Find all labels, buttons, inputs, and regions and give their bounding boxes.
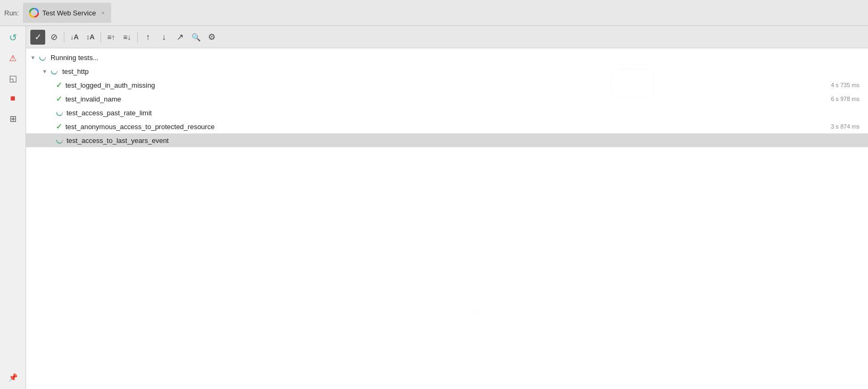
tab[interactable]: Test Web Service × — [23, 3, 111, 23]
main-layout: ↺ ⚠ ◱ ■ ⊞ 📌 ✓ ⊘ ↓A ↕A ≡↑ ≡↓ ↑ ↓ ↗ 🔍 ⚙ — [0, 26, 868, 389]
svg-text:MaOS: MaOS — [330, 275, 361, 287]
spinner-icon-2 — [56, 109, 63, 116]
coverage-button[interactable]: ◱ — [3, 69, 22, 88]
rerun-button[interactable]: ↺ — [3, 28, 22, 47]
title-bar: Run: Test Web Service × — [0, 0, 868, 26]
svg-rect-10 — [462, 319, 505, 346]
suite-label: test_http — [62, 67, 89, 75]
test-item-1[interactable]: ✓ test_invalid_name 6 s 978 ms — [26, 92, 868, 106]
test-name-0: test_logged_in_auth_missing — [65, 81, 155, 89]
settings-button[interactable]: ⚙ — [204, 30, 219, 45]
expand-button[interactable]: ≡↓ — [120, 30, 135, 45]
tab-label: Test Web Service — [42, 9, 96, 17]
spinner-icon-4 — [56, 137, 63, 144]
test-time-0: 4 s 735 ms — [831, 82, 868, 88]
content-area: ✓ ⊘ ↓A ↕A ≡↑ ≡↓ ↑ ↓ ↗ 🔍 ⚙ MaOS — [26, 26, 868, 389]
root-item[interactable]: ▼ Running tests... — [26, 50, 868, 64]
test-name-4: test_access_to_last_years_event — [66, 137, 169, 145]
next-button[interactable]: ↓ — [156, 30, 171, 45]
root-label: Running tests... — [51, 54, 98, 62]
stop-button[interactable]: ■ — [3, 89, 22, 108]
select-all-button[interactable]: ✓ — [30, 30, 45, 45]
toolbar: ✓ ⊘ ↓A ↕A ≡↑ ≡↓ ↑ ↓ ↗ 🔍 ⚙ — [26, 26, 868, 48]
svg-text:MaOS: MaOS — [410, 185, 440, 197]
tab-close-button[interactable]: × — [101, 10, 104, 16]
export-button[interactable]: ↗ — [172, 30, 187, 45]
check-icon-1: ✓ — [56, 95, 62, 103]
suite-spinner-icon — [51, 67, 58, 75]
run-label: Run: — [4, 9, 19, 17]
test-panel[interactable]: MaOS MaOS MaOS MaOS — [26, 48, 868, 389]
pin-button[interactable]: 📌 — [3, 368, 22, 387]
test-name-3: test_anonymous_access_to_protected_resou… — [65, 123, 214, 131]
test-time-3: 3 s 874 ms — [831, 123, 868, 130]
suite-chevron-icon: ▼ — [42, 69, 47, 74]
search-button[interactable]: 🔍 — [188, 30, 203, 45]
root-chevron-icon: ▼ — [30, 55, 36, 61]
svg-text:MaOS: MaOS — [471, 309, 495, 318]
error-button[interactable]: ⚠ — [3, 48, 22, 67]
check-icon-0: ✓ — [56, 81, 62, 89]
toolbar-separator-3 — [137, 32, 138, 43]
svg-rect-6 — [398, 197, 452, 229]
test-time-1: 6 s 978 ms — [831, 96, 868, 102]
test-item-2[interactable]: test_access_past_rate_limit — [26, 106, 868, 120]
check-icon-3: ✓ — [56, 122, 62, 131]
toolbar-separator-2 — [101, 32, 101, 43]
root-spinner-icon — [39, 54, 46, 61]
test-item-4[interactable]: test_access_to_last_years_event — [26, 133, 868, 147]
left-sidebar: ↺ ⚠ ◱ ■ ⊞ 📌 — [0, 26, 26, 389]
test-item-0[interactable]: ✓ test_logged_in_auth_missing 4 s 735 ms — [26, 78, 868, 92]
tab-icon — [29, 8, 39, 18]
test-item-3[interactable]: ✓ test_anonymous_access_to_protected_res… — [26, 120, 868, 133]
tree-container: ▼ Running tests... ▼ — [26, 48, 868, 149]
prev-button[interactable]: ↑ — [140, 30, 155, 45]
svg-rect-8 — [319, 287, 372, 319]
test-name-2: test_access_past_rate_limit — [66, 109, 152, 117]
collapse-button[interactable]: ≡↑ — [104, 30, 119, 45]
test-name-1: test_invalid_name — [65, 95, 121, 103]
sort-alpha-button[interactable]: ↓A — [67, 30, 82, 45]
cancel-button[interactable]: ⊘ — [46, 30, 61, 45]
layout-button[interactable]: ⊞ — [3, 109, 22, 128]
suite-item[interactable]: ▼ test_http — [26, 64, 868, 78]
sort-dur-button[interactable]: ↕A — [83, 30, 98, 45]
toolbar-separator-1 — [64, 32, 64, 43]
